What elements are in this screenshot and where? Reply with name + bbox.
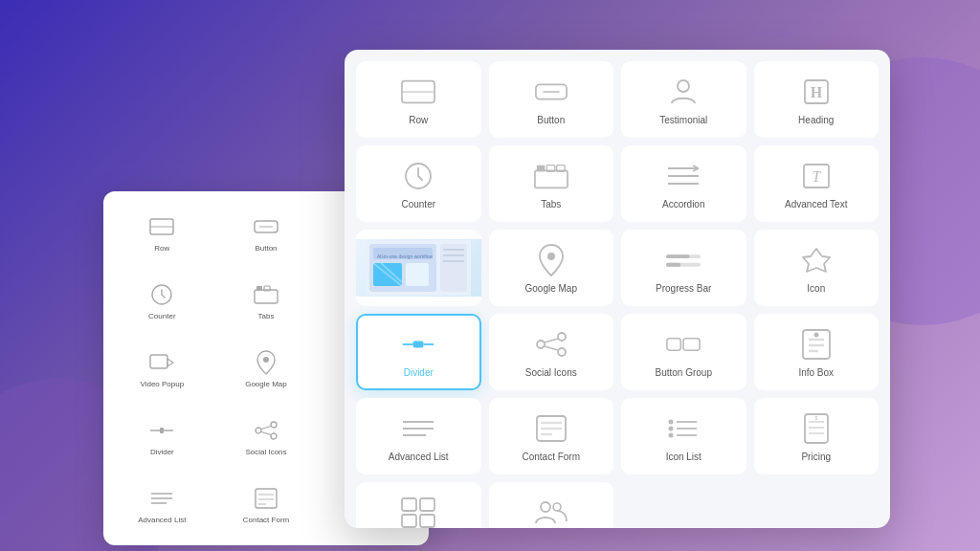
widget-icon-list[interactable]: Icon List [621, 398, 746, 474]
back-item-advanced-list[interactable]: Advanced List [113, 473, 212, 535]
heading-label: Heading [798, 115, 834, 126]
icon-list-label: Icon List [666, 452, 702, 463]
block-wrapper-widget-icon [401, 496, 435, 528]
back-item-button[interactable]: Button [217, 201, 316, 263]
social-icons-widget-icon [534, 327, 568, 362]
svg-point-22 [256, 428, 261, 433]
advanced-list-label: Advanced List [389, 452, 449, 463]
divider-widget-icon [401, 327, 435, 362]
svg-rect-119 [420, 498, 434, 511]
back-item-google-map[interactable]: Google Map [217, 337, 316, 399]
widget-row[interactable]: Row [356, 61, 481, 138]
widget-counter[interactable]: Counter [356, 145, 481, 222]
svg-text:T: T [812, 168, 821, 185]
back-item-team[interactable]: Team [217, 540, 316, 545]
divider-label: Divider [404, 367, 434, 379]
back-item-counter[interactable]: Counter [113, 269, 212, 331]
advanced-list-widget-icon [401, 411, 435, 446]
widget-tabs[interactable]: Tabs [489, 145, 614, 222]
svg-line-91 [545, 339, 558, 342]
svg-point-14 [263, 357, 269, 363]
back-item-social[interactable]: Social Icons [217, 405, 316, 467]
back-item-row[interactable]: Row [113, 201, 212, 263]
row-label: Row [409, 115, 428, 126]
widget-button[interactable]: Button [489, 61, 614, 138]
button-group-widget-icon [666, 327, 701, 362]
widget-heading[interactable]: H Heading [754, 61, 880, 138]
widget-google-map[interactable]: Google Map [489, 230, 614, 306]
widget-progress-bar[interactable]: Progress Bar [621, 230, 746, 306]
svg-rect-121 [420, 515, 434, 527]
back-item-video-popup-label: Video Popup [140, 380, 184, 389]
social-icon-back [253, 417, 279, 444]
back-item-tabs-label: Tabs [258, 312, 275, 321]
counter-widget-icon [401, 159, 435, 193]
back-item-divider[interactable]: Divider [113, 405, 212, 467]
widget-accordion[interactable]: Accordion [621, 145, 746, 222]
svg-point-24 [271, 433, 277, 439]
button-widget-icon [534, 75, 568, 109]
svg-rect-120 [402, 515, 416, 527]
svg-rect-94 [683, 339, 700, 351]
svg-rect-118 [402, 498, 416, 511]
back-item-row-label: Row [154, 244, 169, 253]
tabs-icon-back [253, 281, 279, 308]
back-item-contact-form-label: Contact Form [243, 516, 289, 525]
info-box-label: Info Box [798, 367, 834, 379]
icon-widget-icon [799, 243, 834, 277]
widget-icon[interactable]: Icon [754, 230, 880, 306]
svg-point-109 [669, 427, 674, 431]
contact-form-label: Contact Form [522, 452, 580, 463]
svg-rect-58 [537, 165, 546, 172]
widget-button-group[interactable]: Button Group [621, 314, 746, 390]
widget-preview[interactable]: All-in-one design workflow [356, 230, 481, 306]
svg-line-26 [261, 431, 271, 434]
widget-contact-form[interactable]: Contact Form [489, 398, 614, 474]
accordion-widget-icon [666, 159, 701, 193]
social-icons-label: Social Icons [525, 367, 577, 379]
advanced-text-label: Advanced Text [785, 199, 847, 210]
icon-list-widget-icon [666, 411, 701, 446]
svg-point-53 [678, 80, 689, 92]
svg-point-107 [669, 420, 674, 425]
widget-testimonial[interactable]: Testimonial [621, 61, 746, 138]
google-map-label: Google Map [525, 283, 577, 295]
contact-form-widget-icon [534, 411, 568, 446]
counter-icon-back [148, 281, 175, 308]
back-item-tabs[interactable]: Tabs [217, 269, 316, 331]
button-icon-back [253, 213, 279, 240]
svg-point-123 [553, 503, 561, 511]
widget-info-box[interactable]: Info Box [754, 314, 880, 390]
google-map-widget-icon [534, 243, 568, 277]
widget-advanced-text[interactable]: T Advanced Text [754, 145, 880, 222]
button-label: Button [537, 115, 565, 126]
accordion-label: Accordion [662, 199, 704, 210]
widget-block-wrapper[interactable]: Block Wrapper [356, 482, 481, 528]
team-widget-icon [534, 496, 568, 528]
widget-team[interactable]: Team [489, 482, 614, 528]
contact-form-icon-back [253, 485, 279, 512]
svg-rect-6 [255, 290, 278, 303]
widget-pricing[interactable]: $ Pricing [754, 398, 880, 474]
svg-marker-13 [167, 359, 173, 366]
svg-point-23 [271, 422, 277, 428]
info-box-widget-icon [799, 327, 834, 362]
advanced-text-widget-icon: T [799, 159, 834, 193]
back-item-video-popup[interactable]: Video Popup [113, 337, 212, 399]
back-item-counter-label: Counter [148, 312, 175, 321]
back-item-social-label: Social Icons [245, 448, 286, 457]
widget-advanced-list[interactable]: Advanced List [356, 398, 481, 474]
svg-line-25 [261, 426, 271, 429]
divider-icon-back [148, 417, 175, 444]
back-item-block-wrapper[interactable]: Block Wrapper [113, 540, 212, 545]
widget-divider[interactable]: Divider [356, 314, 481, 390]
svg-line-92 [545, 346, 558, 350]
back-item-advanced-list-label: Advanced List [138, 516, 186, 525]
svg-text:H: H [811, 84, 823, 100]
svg-text:$: $ [814, 415, 817, 421]
svg-point-90 [558, 348, 566, 356]
testimonial-widget-icon [666, 75, 701, 109]
back-item-contact-form[interactable]: Contact Form [217, 473, 316, 535]
svg-rect-86 [413, 341, 424, 347]
widget-social-icons[interactable]: Social Icons [489, 314, 614, 390]
